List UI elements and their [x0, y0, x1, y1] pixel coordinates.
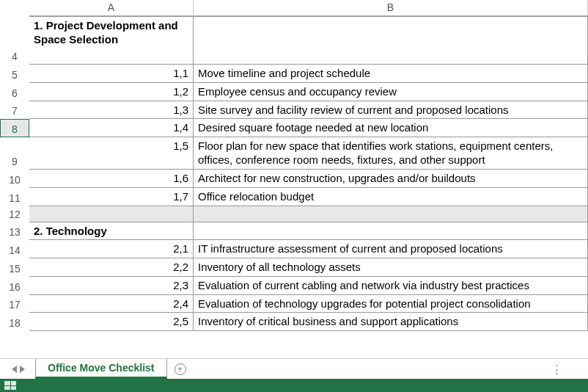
cell-B10[interactable]: Architect for new construction, upgrades… [194, 170, 588, 188]
cell-B13[interactable] [194, 222, 588, 241]
cell-B15[interactable]: Inventory of all technology assets [194, 258, 588, 277]
horizontal-scroll-nub[interactable] [571, 359, 588, 379]
row-header[interactable]: 16 [0, 277, 29, 295]
cells-grid: 4 1. Project Development and Space Selec… [0, 16, 588, 358]
row-header[interactable]: 15 [0, 258, 29, 277]
cell-A13[interactable]: 2. Technology [29, 222, 194, 241]
column-header-B[interactable]: B [194, 0, 588, 16]
row-header[interactable]: 14 [0, 240, 29, 258]
table-row: 8 1,4 Desired square footage needed at n… [0, 119, 588, 137]
table-row: 9 1,5 Floor plan for new space that iden… [0, 137, 588, 170]
cell-A7[interactable]: 1,3 [29, 101, 194, 120]
cell-A17[interactable]: 2,4 [29, 295, 194, 313]
row-header[interactable]: 5 [0, 65, 29, 83]
cell-A11[interactable]: 1,7 [29, 188, 194, 206]
tab-spacer [194, 359, 543, 379]
table-row: 5 1,1 Move timeline and project schedule [0, 65, 588, 83]
cell-B17[interactable]: Evaluation of technology upgrades for po… [194, 295, 588, 313]
cell-B6[interactable]: Employee census and occupancy review [194, 83, 588, 101]
cell-A16[interactable]: 2,3 [29, 277, 194, 295]
cell-A5[interactable]: 1,1 [29, 65, 194, 83]
table-row: 16 2,3 Evaluation of current cabling and… [0, 277, 588, 295]
cell-B11[interactable]: Office relocation budget [194, 188, 588, 206]
table-row: 4 1. Project Development and Space Selec… [0, 16, 588, 65]
cell-A15[interactable]: 2,2 [29, 258, 194, 277]
table-row: 13 2. Technology [0, 222, 588, 241]
tab-options-button[interactable]: ⋮ [543, 359, 571, 379]
row-header[interactable]: 13 [0, 222, 29, 241]
column-headers: A B [0, 0, 588, 16]
table-row: 7 1,3 Site survey and facility review of… [0, 101, 588, 120]
table-row: 14 2,1 IT infrastructure assessment of c… [0, 240, 588, 258]
select-all-corner[interactable] [0, 0, 29, 16]
table-row: 10 1,6 Architect for new construction, u… [0, 170, 588, 188]
table-row: 6 1,2 Employee census and occupancy revi… [0, 83, 588, 101]
row-header[interactable]: 6 [0, 83, 29, 101]
table-row-blank: 12 [0, 206, 588, 222]
row-header[interactable]: 17 [0, 295, 29, 313]
row-header[interactable]: 11 [0, 188, 29, 206]
row-header[interactable]: 9 [0, 137, 29, 170]
tab-scroll-buttons[interactable] [4, 359, 32, 379]
sheet-tab-active[interactable]: Office Move Checklist [35, 359, 167, 379]
cell-B5[interactable]: Move timeline and project schedule [194, 65, 588, 83]
table-row: 18 2,5 Inventory of critical business an… [0, 313, 588, 331]
row-header[interactable]: 4 [0, 16, 29, 65]
cell-A6[interactable]: 1,2 [29, 83, 194, 101]
cell-A14[interactable]: 2,1 [29, 240, 194, 258]
row-header[interactable]: 10 [0, 170, 29, 188]
table-row: 11 1,7 Office relocation budget [0, 188, 588, 206]
sheet-tab-strip: Office Move Checklist + ⋮ [0, 358, 588, 379]
cell-B18[interactable]: Inventory of critical business and suppo… [194, 313, 588, 331]
cell-A8[interactable]: 1,4 [29, 119, 194, 137]
cell-B14[interactable]: IT infrastructure assessment of current … [194, 240, 588, 258]
record-macro-icon[interactable] [4, 381, 16, 390]
cell-A12[interactable] [29, 206, 194, 222]
chevron-left-icon [12, 366, 17, 373]
cell-B8[interactable]: Desired square footage needed at new loc… [194, 119, 588, 137]
cell-A18[interactable]: 2,5 [29, 313, 194, 331]
bottom-bar: Office Move Checklist + ⋮ [0, 358, 588, 392]
row-header[interactable]: 18 [0, 313, 29, 331]
table-row: 17 2,4 Evaluation of technology upgrades… [0, 295, 588, 313]
table-row: 15 2,2 Inventory of all technology asset… [0, 258, 588, 277]
cell-B7[interactable]: Site survey and facility review of curre… [194, 101, 588, 120]
cell-A4[interactable]: 1. Project Development and Space Selecti… [29, 16, 194, 65]
column-header-A[interactable]: A [29, 0, 194, 16]
sheet-tab-label: Office Move Checklist [48, 362, 155, 374]
cell-B16[interactable]: Evaluation of current cabling and networ… [194, 277, 588, 295]
cell-A9[interactable]: 1,5 [29, 137, 194, 170]
cell-B12[interactable] [194, 206, 588, 222]
row-header-active[interactable]: 8 [0, 119, 29, 137]
cell-B9[interactable]: Floor plan for new space that identifies… [194, 137, 588, 170]
plus-icon: + [174, 363, 186, 375]
worksheet-area: A B 4 1. Project Development and Space S… [0, 0, 588, 358]
status-bar [0, 379, 588, 392]
cell-B4[interactable] [194, 16, 588, 65]
row-header[interactable]: 12 [0, 206, 29, 222]
cell-A10[interactable]: 1,6 [29, 170, 194, 188]
chevron-right-icon [20, 366, 25, 373]
row-header[interactable]: 7 [0, 101, 29, 120]
new-sheet-button[interactable]: + [167, 359, 194, 379]
